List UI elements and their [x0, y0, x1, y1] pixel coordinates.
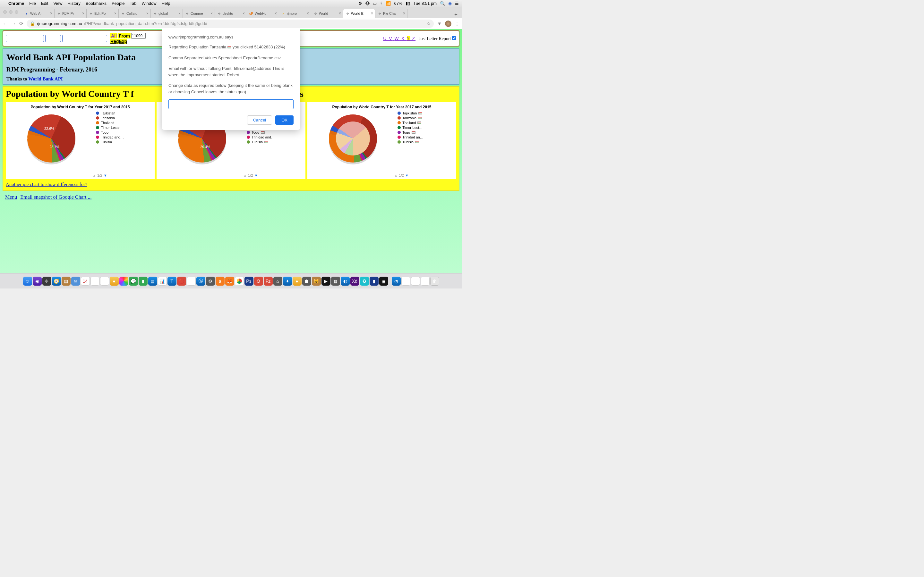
legend-item[interactable]: Tunisia	[247, 140, 304, 144]
jlr-checkbox[interactable]	[452, 36, 456, 40]
tab-close-icon[interactable]: ×	[275, 11, 277, 16]
browser-tab[interactable]: ❖Collato×	[119, 9, 151, 18]
tab-close-icon[interactable]: ×	[371, 11, 373, 16]
dock-photos-icon[interactable]	[120, 277, 128, 285]
dock-app-icon[interactable]: 📊	[158, 277, 167, 285]
legend-item[interactable]: Tunisia	[397, 140, 454, 144]
spotlight-icon[interactable]: 🔍	[440, 1, 445, 6]
dock-app-icon[interactable]: ◐	[341, 277, 350, 285]
dock-app-icon[interactable]: ✪	[360, 277, 369, 285]
new-tab-button[interactable]: ＋	[451, 11, 461, 18]
legend-item[interactable]: Togo	[96, 131, 153, 134]
dock-app-icon[interactable]: Ps	[244, 277, 254, 285]
dock-xd-icon[interactable]: Xd	[351, 277, 359, 285]
clock[interactable]: Tue 8:51 pm	[413, 1, 437, 6]
menu-history[interactable]: History	[67, 1, 80, 6]
browser-tab[interactable]: ❖World E×	[343, 9, 375, 18]
legend-item[interactable]: Togo	[397, 131, 454, 134]
dock-calendar-icon[interactable]: 14	[81, 277, 90, 285]
dock-app-icon[interactable]: ✈	[42, 277, 51, 285]
menu-bookmarks[interactable]: Bookmarks	[86, 1, 107, 6]
dock-itunes-icon[interactable]: ♪	[187, 277, 196, 285]
tab-close-icon[interactable]: ×	[339, 11, 341, 16]
dock-app-icon[interactable]: ◉	[33, 277, 42, 285]
dock-trash-icon[interactable]: 🗑	[430, 277, 439, 285]
dock-chrome-icon[interactable]	[235, 277, 244, 285]
dock-app-icon[interactable]: ✦	[283, 277, 292, 285]
menu-window[interactable]: Window	[142, 1, 156, 6]
status-icon[interactable]: Ⓜ	[365, 1, 370, 6]
menu-icon[interactable]: ☰	[455, 1, 459, 6]
legend-item[interactable]: Tanzania	[96, 116, 153, 120]
dock-firefox-icon[interactable]: 🦊	[225, 277, 234, 285]
pager-up-icon[interactable]: ▲	[243, 173, 247, 177]
cancel-button[interactable]: Cancel	[247, 115, 272, 125]
from-input[interactable]	[131, 33, 145, 39]
dock-opera-icon[interactable]: O	[254, 277, 263, 285]
pager-up-icon[interactable]: ▲	[394, 173, 397, 177]
dock-folder-icon[interactable]: ▤	[411, 277, 420, 285]
legend-item[interactable]: Thailand	[397, 121, 454, 125]
tab-close-icon[interactable]: ×	[403, 11, 405, 16]
dock-mail-icon[interactable]: ✉	[71, 277, 80, 285]
back-button[interactable]: ←	[3, 21, 8, 27]
browser-tab[interactable]: ●Web Ar×	[23, 9, 55, 18]
dock-folder-icon[interactable]: ▤	[401, 277, 410, 285]
legend-pager[interactable]: ▲ 1/2 ▼	[394, 173, 409, 177]
worldbank-link[interactable]: World Bank API	[28, 76, 63, 81]
browser-tab[interactable]: ❖Pie Cha×	[375, 9, 407, 18]
dock-facetime-icon[interactable]: ▮	[139, 277, 148, 285]
dock-app-icon[interactable]: ▤	[148, 277, 157, 285]
extension-icon[interactable]: ▼	[437, 21, 442, 26]
legend-item[interactable]: Thailand	[96, 121, 153, 125]
tab-close-icon[interactable]: ×	[178, 11, 181, 16]
browser-tab[interactable]: ❖World×	[311, 9, 343, 18]
dock-notes-icon[interactable]: ☰	[90, 277, 99, 285]
browser-tab[interactable]: ❖Comme×	[183, 9, 215, 18]
menu-view[interactable]: View	[53, 1, 62, 6]
tab-close-icon[interactable]: ×	[50, 11, 52, 16]
siri-icon[interactable]: ◉	[448, 1, 452, 6]
tab-close-icon[interactable]: ×	[114, 11, 116, 16]
year2-select[interactable]: 2015	[45, 35, 61, 42]
letter-y[interactable]: Y	[407, 36, 410, 41]
pager-down-icon[interactable]: ▼	[103, 173, 107, 177]
dock-app-icon[interactable]: ▣	[379, 277, 388, 285]
dock-app-icon[interactable]: ●	[292, 277, 302, 285]
dock-terminal-icon[interactable]: ▶	[321, 277, 330, 285]
menu-help[interactable]: Help	[162, 1, 170, 6]
dock-finder-icon[interactable]: ☺	[23, 277, 32, 285]
menu-link[interactable]: Menu	[5, 194, 17, 200]
dock-safari-icon[interactable]: 🧭	[52, 277, 61, 285]
window-controls[interactable]	[3, 10, 18, 14]
dock-folder-icon[interactable]: ▤	[421, 277, 430, 285]
tab-close-icon[interactable]: ×	[82, 11, 84, 16]
year1-select[interactable]: 2017 compared to	[6, 35, 44, 42]
legend-item[interactable]: Togo	[247, 131, 304, 134]
legend-item[interactable]: Tajikistan	[397, 111, 454, 115]
dock-gimp-icon[interactable]: 😺	[312, 277, 321, 285]
legend-pager[interactable]: ▲ 1/2 ▼	[92, 173, 107, 177]
legend-item[interactable]: Timor-Lest…	[397, 126, 454, 129]
letter-x[interactable]: X	[401, 36, 405, 41]
dock-reminders-icon[interactable]: ≡	[100, 277, 109, 285]
dock-settings-icon[interactable]: ⚙	[206, 277, 215, 285]
browser-tab[interactable]: ❖deskto×	[215, 9, 247, 18]
dock-app-icon[interactable]: ▦	[331, 277, 340, 285]
ok-button[interactable]: OK	[275, 115, 294, 125]
dock-app-icon[interactable]: a	[216, 277, 225, 285]
browser-tab[interactable]: ❖global×	[151, 9, 183, 18]
legend-item[interactable]: Tajikistan	[96, 111, 153, 115]
kebab-menu-icon[interactable]: ⋮	[455, 21, 459, 27]
diff-link[interactable]: Another pie chart to show differences fo…	[6, 182, 87, 187]
tab-close-icon[interactable]: ×	[242, 11, 245, 16]
menubar-app[interactable]: Chrome	[8, 1, 24, 6]
legend-pager[interactable]: ▲ 1/2 ▼	[243, 173, 258, 177]
bluetooth-icon[interactable]: ᚼ	[380, 1, 383, 6]
letter-z[interactable]: Z	[412, 36, 416, 41]
dock-app-icon[interactable]: ▤	[61, 277, 71, 285]
wifi-icon[interactable]: 📶	[386, 1, 391, 6]
legend-item[interactable]: Tunisia	[96, 140, 153, 144]
legend-item[interactable]: Trinidad an…	[397, 135, 454, 139]
reload-button[interactable]: ⟳	[19, 21, 23, 27]
